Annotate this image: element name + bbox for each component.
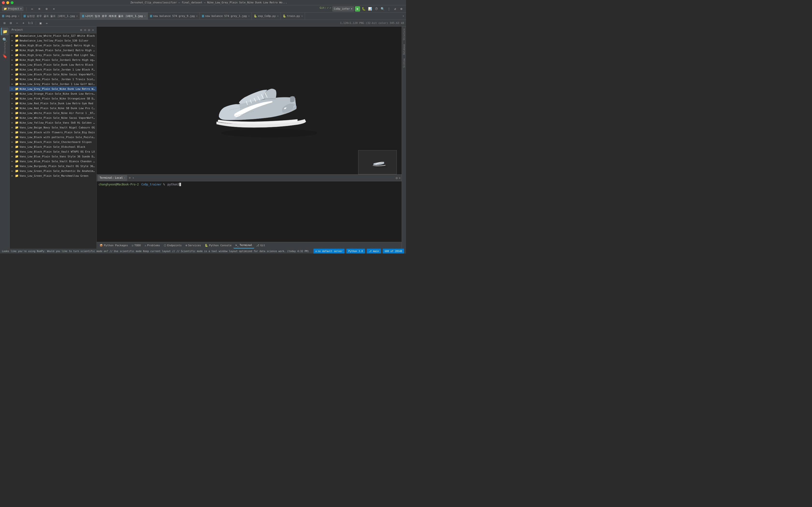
tab-nb574-9[interactable]: 🖼 new balance 574 grey_9.jpg × xyxy=(148,12,200,20)
sidebar-settings-icon[interactable]: ⚙ xyxy=(88,27,90,32)
sidebar-close-icon[interactable]: × xyxy=(92,27,95,32)
terminal-add-button[interactable]: + xyxy=(128,175,132,180)
tab-nb574-1[interactable]: 🖼 new balance 574 grey_1.jpg × xyxy=(200,12,252,20)
tree-item-nike-low-black-jordan[interactable]: ▶ 📁 Nike_Low_Black_Plain Sole_Jordan 1 L… xyxy=(10,67,96,72)
tree-item-vans-green-marsh[interactable]: ▶ 📁 Vans_Low_Green_Plain Sole_Marshmello… xyxy=(10,173,96,178)
bottom-tab-endpoints[interactable]: ⬡ Endpoints xyxy=(162,243,184,248)
tab-train-close[interactable]: × xyxy=(301,15,303,17)
right-panel-structure[interactable]: Structure xyxy=(402,27,406,41)
status-bar-server[interactable]: ⊘ no default server xyxy=(313,249,344,253)
tree-item-nike-high-grey[interactable]: ▶ 📁 Nike_High_Grey_Plain Sole_Jordan1 Mi… xyxy=(10,53,96,57)
tab-exp-coop[interactable]: 🐍 exp_CoOp.py × xyxy=(252,12,281,20)
profile-button[interactable]: ⏱ xyxy=(373,6,379,12)
edit-button[interactable]: ✏ xyxy=(44,20,50,26)
status-bar-line-col[interactable]: 680 of 20548 xyxy=(383,249,404,253)
tab-korean1-close[interactable]: × xyxy=(77,15,78,17)
tree-item-nike-low-blue[interactable]: ▶ 📁 Nike_Low_Blue_Plain Sole_ Jordan 1 T… xyxy=(10,77,96,81)
actual-size-button[interactable]: ▣ xyxy=(38,20,43,26)
tree-item-nike-low-grey-dunk[interactable]: ▶ 📁 Nike_Low_Grey_Plain Sole_Nike Dunk L… xyxy=(10,87,96,91)
tree-item-vans-blue-bianca[interactable]: ▶ 📁 Vans_Low_Blue_Plain Sole_Vault Bianc… xyxy=(10,159,96,164)
settings-button[interactable]: ⚙ xyxy=(44,6,49,12)
fit-width-button[interactable]: ⊟ xyxy=(8,20,13,26)
tab-nb574-9-close[interactable]: × xyxy=(196,15,198,17)
tab-img-close[interactable]: × xyxy=(18,15,19,17)
refresh-button[interactable]: ↺ xyxy=(393,6,398,12)
tree-item-nike-low-pink[interactable]: ▶ 📁 Nike_Low_Pink_Plain Sole_Nike Strang… xyxy=(10,96,96,101)
collapse-all-button[interactable]: ≡ xyxy=(37,6,42,12)
tree-item-nike-low-orange[interactable]: ▶ 📁 Nike_Low_Orange_Plain Sole_Nike Dunk… xyxy=(10,91,96,96)
tree-item-nike-low-black-dunk[interactable]: ▶ 📁 Nike_Low_Black_Plain Sole_Dunk Low R… xyxy=(10,62,96,67)
tree-item-vans-green-auth[interactable]: ▶ 📁 Vans_Low_Green_Plain Sole_Authentic … xyxy=(10,169,96,173)
tree-item-vans-oldschool[interactable]: ▶ 📁 Vans_Low_Black_Plain Sole_Oldschool … xyxy=(10,145,96,149)
bottom-tab-python-console[interactable]: 🐍 Python Console xyxy=(203,243,234,248)
tree-item-vans-wtaps[interactable]: ▶ 📁 Vans_Low_Black_Plain Sole_Vault WTAP… xyxy=(10,149,96,154)
tab-exp-coop-close[interactable]: × xyxy=(277,15,278,17)
bottom-tab-git[interactable]: ⎇ Git xyxy=(254,243,267,248)
search-button[interactable]: 🔍 xyxy=(380,6,385,12)
tree-item-nike-low-white-sacai[interactable]: ▶ 📁 Nike_Low_White_Plain Sole_Nike Sacai… xyxy=(10,115,96,120)
tree-item-nike-low-white-af1[interactable]: ▶ 📁 Nike_Low_White_Plain Sole_Nike Air F… xyxy=(10,111,96,115)
tab-korean2-close[interactable]: × xyxy=(144,15,146,17)
content-area: Terminal: Local × + ▾ ⚙ × changhyeon@Mac… xyxy=(97,26,402,249)
zoom-out-button[interactable]: − xyxy=(14,20,20,26)
tab-korean1[interactable]: 🖼 낭조던 로우 골프 울프 그레이_1.jpg × xyxy=(21,12,80,20)
image-viewer[interactable] xyxy=(97,26,402,174)
tree-item-nike-low-grey-jordan[interactable]: ▶ 📁 Nike_Low_Grey_Plain Sole_Jordan 1 Lo… xyxy=(10,81,96,87)
maximize-button[interactable] xyxy=(11,1,13,4)
terminal-close-icon[interactable]: × xyxy=(399,176,401,180)
close-button[interactable] xyxy=(2,1,5,4)
terminal-tab-dropdown[interactable]: ▾ xyxy=(133,176,134,180)
tree-item-vans-flowers[interactable]: ▶ 📁 Vans_Low_Black with flowers_Plain So… xyxy=(10,130,96,135)
tab-korean2[interactable]: 🖼 나이키 잉크 로우 레트로 울프 그레이_1.jpg × xyxy=(80,12,148,20)
tree-item-nike-low-red-sb[interactable]: ▶ 📁 Nike_Low_Red_Plain Sole_Nike SB Dunk… xyxy=(10,106,96,111)
bottom-tab-terminal[interactable]: >_ Terminal xyxy=(234,243,254,248)
tree-item-vans-blue-style36[interactable]: ▶ 📁 Vans_Low_Blue_Plain Sole_Vans Style … xyxy=(10,154,96,159)
expand-all-button[interactable]: ⇔ xyxy=(30,6,35,12)
run-button[interactable]: ▶ xyxy=(355,6,360,12)
bottom-tab-todo[interactable]: ☑ TODO xyxy=(130,243,143,248)
tree-item-vans-beige[interactable]: ▶ 📁 Vans_Low_Beige_Navy Sole_Vault Nigel… xyxy=(10,125,96,130)
right-panel-database[interactable]: Database xyxy=(402,43,406,56)
bottom-tab-python-packages[interactable]: 📦 Python Packages xyxy=(98,243,130,248)
sidebar-expand-icon[interactable]: ⊕ xyxy=(80,27,83,32)
tree-item-nike-low-black-sacai[interactable]: ▶ 📁 Nike_Low_Black_Plain Sole_Nike Sacai… xyxy=(10,72,96,77)
terminal-body[interactable]: changhyeon@MacBook-Pro-2 CoOp_trainer % … xyxy=(97,181,402,242)
terminal-local-close[interactable]: × xyxy=(124,177,125,179)
terminal-settings-icon[interactable]: ⚙ xyxy=(396,176,398,180)
coop-infer-button[interactable]: CoOp_infer ▾ xyxy=(332,6,354,12)
status-bar-python[interactable]: Python 3.8 xyxy=(346,249,365,253)
terminal-tab-local[interactable]: Terminal: Local × xyxy=(98,175,127,181)
tabs-overflow-button[interactable]: ▾ xyxy=(400,14,406,18)
activity-structure[interactable]: Structure xyxy=(1,44,9,52)
tree-item-vans-checker[interactable]: ▶ 📁 Vans_Low_Black_Plain Sole_Checkerboa… xyxy=(10,139,96,145)
debug-button[interactable]: 🐛 xyxy=(361,6,366,12)
tab-nb574-1-close[interactable]: × xyxy=(248,15,250,17)
fit-page-button[interactable]: ⊡ xyxy=(2,20,7,26)
tree-item-nike-high-red[interactable]: ▶ 📁 Nike_High_Red_Plain Sole_Jordan1 Ret… xyxy=(10,57,96,62)
coverage-button[interactable]: 📊 xyxy=(367,6,373,12)
traffic-lights[interactable] xyxy=(2,1,13,4)
settings2-button[interactable]: ⚙ xyxy=(399,6,404,12)
tree-item-vans-burgundy[interactable]: ▶ 📁 Vans_Low_Burgundy_Plain Sole_Vault O… xyxy=(10,164,96,169)
status-bar-branch[interactable]: ⎇ main xyxy=(367,249,381,253)
file-tree[interactable]: ▶ 📁 Newbalance_Low_White_Plain Sole_327 … xyxy=(10,33,96,249)
activity-project[interactable]: 📁 xyxy=(1,27,9,35)
tree-item-nike-low-yellow[interactable]: ▶ 📁 Nike_Low_Yellow_Plain Sole_Vans Sk8 … xyxy=(10,120,96,125)
bottom-tab-problems[interactable]: ⚠ Problems xyxy=(143,243,162,248)
sidebar-collapse-icon[interactable]: ⊖ xyxy=(84,27,87,32)
right-panel-sciview[interactable]: SciView xyxy=(402,57,406,68)
zoom-in-button[interactable]: + xyxy=(21,20,26,26)
tree-item-nb-white[interactable]: ▶ 📁 Newbalance_Low_White_Plain Sole_327 … xyxy=(10,33,96,38)
tab-train[interactable]: 🐍 train.py × xyxy=(281,12,305,20)
tree-item-nike-low-red-gym[interactable]: ▶ 📁 Nike_Low_Red_Plain Sole_Dunk Low Ret… xyxy=(10,101,96,106)
tree-item-nike-high-brown[interactable]: ▶ 📁 Nike_High_Brown_Plain Sole_Jordan1 R… xyxy=(10,48,96,53)
minimize-button[interactable] xyxy=(6,1,9,4)
tree-item-nb-yellow[interactable]: ▶ 📁 Newbalance_Low_Yellow_Plain Sole_530… xyxy=(10,38,96,43)
more-actions-button[interactable]: ⋮ xyxy=(386,6,392,12)
close-sidebar-button[interactable]: × xyxy=(51,6,57,12)
tree-item-nike-high-blue[interactable]: ▶ 📁 Nike_High_Blue_Plain Sole_Jordan1 Re… xyxy=(10,43,96,48)
project-button[interactable]: 📁 Project ▾ xyxy=(2,6,23,11)
tab-img[interactable]: 🖼 img.png × xyxy=(0,12,21,20)
bottom-tab-services[interactable]: ⚙ Services xyxy=(184,243,203,248)
tree-item-vans-patterns[interactable]: ▶ 📁 Vans_Low_Black with patterns_Plain S… xyxy=(10,135,96,139)
